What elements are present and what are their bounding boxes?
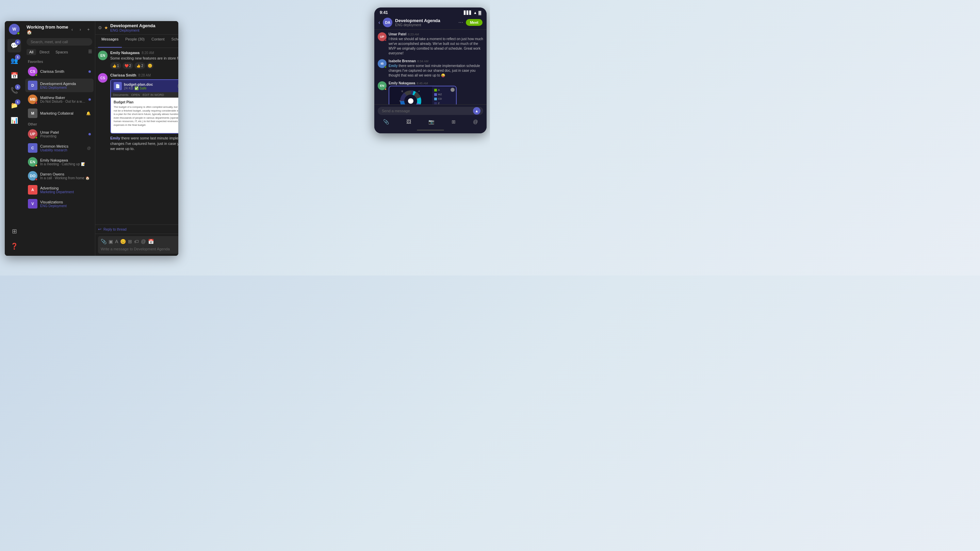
text-format-icon[interactable]: A: [115, 239, 118, 244]
mobile-mention-icon[interactable]: @: [473, 119, 478, 124]
channel-settings-icon[interactable]: ⚙: [98, 25, 102, 30]
chat-main: ⚙ ★ Development Agenda ENG Deployment Me…: [95, 21, 178, 256]
chat-info-emily: Emily Nakagawa In a meeting · Catching u…: [40, 158, 91, 166]
gif-icon[interactable]: ⊞: [128, 239, 132, 244]
mob-header-umar: Umar Patel 8:23 AM: [388, 32, 483, 36]
sidebar-item-advertising[interactable]: A Advertising Marketing Department: [25, 183, 94, 197]
rail-apps-icon[interactable]: ⊞: [8, 224, 21, 238]
tab-content[interactable]: Content: [148, 35, 168, 48]
input-placeholder: Write a message to Development Agenda: [101, 247, 170, 251]
tab-schedule[interactable]: Schedule: [168, 35, 178, 48]
user-avatar[interactable]: W: [9, 24, 20, 35]
reaction-smile[interactable]: 😊: [147, 62, 153, 69]
filter-menu-icon[interactable]: ☰: [88, 49, 92, 55]
avatar-common-metrics: C: [28, 143, 37, 153]
teams-badge: 1: [15, 54, 21, 60]
sidebar-item-clarissa[interactable]: CS Clarissa Smith: [25, 65, 94, 78]
mob-name-umar: Umar Patel: [388, 32, 406, 36]
mob-message-emily: EN Emily Nakagawa 8:45 AM: [378, 81, 483, 105]
file-card-left: 📄 budget-plan.doc 24 KB ✅ Safe: [114, 82, 153, 90]
filter-tab-direct[interactable]: Direct: [37, 49, 52, 55]
download-button[interactable]: ⬇: [178, 82, 178, 90]
at-icon-common-metrics: @: [87, 146, 91, 150]
status-indicator: [17, 32, 20, 35]
mobile-messages: UP Umar Patel 8:23 AM I think we should …: [374, 30, 487, 105]
sidebar-item-common-metrics[interactable]: C Common Metrics Usability research @: [25, 141, 94, 155]
mob-name-emily-mobile: Emily Nakagawa: [388, 81, 415, 85]
mobile-more-icon[interactable]: ⋯: [458, 20, 463, 25]
message-input-field[interactable]: Write a message to Development Agenda: [101, 246, 178, 252]
unread-dot-umar: [89, 133, 91, 135]
rail-chat-icon[interactable]: 💬 4: [8, 39, 21, 52]
sidebar-item-umar[interactable]: UP Umar Patel Presenting: [25, 127, 94, 141]
rail-calls-icon[interactable]: 📞 1: [8, 84, 21, 97]
format-icon[interactable]: ▣: [108, 239, 113, 244]
filter-tab-spaces[interactable]: Spaces: [53, 49, 71, 55]
file-doc-icon: 📄: [114, 82, 122, 90]
mobile-header-icons: ⋯: [458, 20, 463, 25]
tab-people[interactable]: People (30): [122, 35, 148, 48]
nav-back-button[interactable]: ‹: [68, 26, 76, 33]
mobile-send-button[interactable]: ▲: [473, 107, 480, 114]
sidebar-item-darren[interactable]: DO Darren Owens In a call · Working from…: [25, 169, 94, 183]
mobile-chat-sub: ENG deployment: [395, 23, 456, 27]
mobile-image-icon[interactable]: 🖼: [406, 119, 411, 124]
nav-forward-button[interactable]: ›: [76, 26, 84, 33]
sidebar-item-visualizations[interactable]: V Visualizations ENG Deployment: [25, 197, 94, 211]
chat-info-dev-agenda: Development Agenda ENG Deployment: [40, 82, 91, 89]
mobile-camera-icon[interactable]: 📷: [428, 119, 434, 124]
rail-analytics-icon[interactable]: 📊: [8, 114, 21, 127]
back-button[interactable]: ‹: [379, 19, 380, 25]
channel-subtitle[interactable]: ENG Deployment: [110, 28, 155, 32]
rail-help-icon[interactable]: ❓: [8, 240, 21, 253]
schedule-icon[interactable]: 📅: [148, 239, 154, 244]
legend-color-a: [434, 89, 437, 92]
chart-drag-handle[interactable]: [450, 88, 455, 92]
chat-sub-dev-agenda: ENG Deployment: [40, 86, 91, 89]
mob-header-isabelle: Isabelle Brennan 8:34 AM: [388, 59, 483, 63]
mobile-bottom-icons: 📎 🖼 📷 ⊞ @: [374, 117, 487, 127]
sticker-icon[interactable]: 🏷: [134, 239, 139, 244]
reply-thread[interactable]: ↩ Reply to thread: [95, 224, 178, 233]
reaction-thumbsup-2[interactable]: 👍 2: [134, 62, 145, 69]
file-card-header: 📄 budget-plan.doc 24 KB ✅ Safe: [111, 80, 178, 92]
rail-files-icon[interactable]: 📁 1: [8, 98, 21, 112]
legend-color-mz: [434, 93, 437, 96]
rail-teams-icon[interactable]: 👥 1: [8, 54, 21, 67]
mob-status-umar: [385, 39, 387, 41]
nav-new-chat-button[interactable]: +: [85, 26, 92, 33]
file-safe: ✅ Safe: [134, 86, 146, 90]
rail-calendar-icon[interactable]: 📅: [8, 69, 21, 82]
home-indicator-line: [417, 130, 444, 130]
mobile-input-box[interactable]: Send a message: [378, 107, 483, 115]
mobile-gif-icon[interactable]: ⊞: [452, 119, 456, 124]
chat-name-umar: Umar Patel: [40, 130, 86, 134]
legend-label-a: A: [438, 89, 440, 92]
legend-color-cd: [434, 98, 437, 100]
sidebar-item-emily[interactable]: EN Emily Nakagawa In a meeting · Catchin…: [25, 155, 94, 169]
sidebar-item-matthew[interactable]: MB Matthew Baker Do Not Disturb · Out fo…: [25, 92, 94, 106]
mobile-meet-button[interactable]: Meet: [466, 19, 482, 26]
mob-content-umar: Umar Patel 8:23 AM I think we should all…: [388, 32, 483, 56]
filter-tab-all[interactable]: All: [27, 49, 36, 55]
sidebar-item-marketing[interactable]: M Marketing Collateral 🔔: [25, 106, 94, 120]
chat-name-advertising: Advertising: [40, 186, 91, 190]
chat-sub-matthew: Do Not Disturb · Out for a walk: [40, 100, 86, 103]
reaction-heart[interactable]: ❤️ 2: [123, 62, 134, 69]
reaction-thumbsup-1[interactable]: 👍 1: [110, 62, 121, 69]
tab-messages[interactable]: Messages: [98, 35, 122, 48]
emoji-icon[interactable]: 😊: [120, 239, 126, 244]
search-input[interactable]: [27, 38, 92, 46]
donut-chart-svg: M A R Q Z: [399, 89, 423, 105]
msg-reactions-emily: 👍 1 ❤️ 2 👍 2 😊: [110, 62, 178, 69]
attach-icon[interactable]: 📎: [101, 239, 107, 244]
input-toolbar: 📎 ▣ A 😊 ⊞ 🏷 @ 📅 Shift + Enter for a new …: [101, 237, 178, 246]
chat-name-common-metrics: Common Metrics: [40, 144, 84, 148]
channel-star-icon[interactable]: ★: [104, 25, 108, 30]
teams-desktop-window: W 💬 4 👥 1 📅 📞 1 📁 1 📊 ⊞ ❓ Working: [5, 21, 178, 256]
sidebar-item-dev-agenda[interactable]: D Development Agenda ENG Deployment: [25, 79, 94, 92]
channel-title: Development Agenda: [110, 23, 155, 28]
mention-icon[interactable]: @: [141, 239, 146, 244]
mobile-attach-icon[interactable]: 📎: [383, 119, 389, 124]
mobile-time: 9:41: [380, 10, 388, 15]
